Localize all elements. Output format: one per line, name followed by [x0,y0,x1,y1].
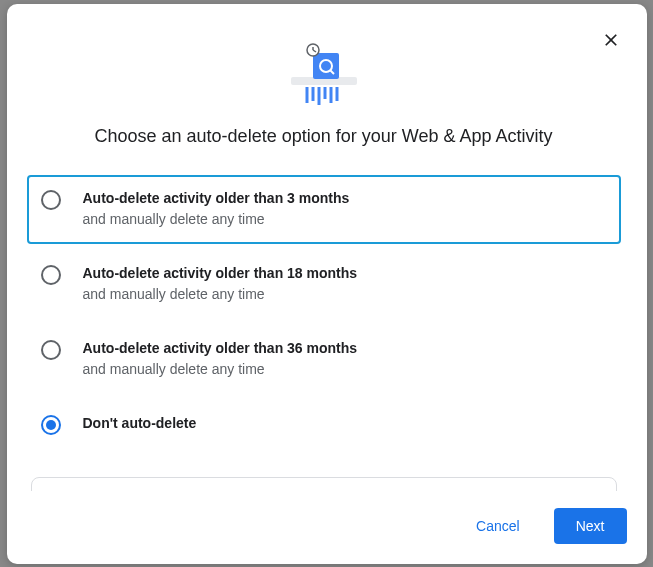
dialog-heading: Choose an auto-delete option for your We… [43,126,605,147]
option-36-months[interactable]: Auto-delete activity older than 36 month… [27,325,621,394]
option-label: Auto-delete activity older than 3 months [83,189,607,209]
radio-18-months[interactable] [41,265,61,285]
cancel-button[interactable]: Cancel [454,508,542,544]
svg-rect-1 [313,53,339,79]
dialog-footer: Cancel Next [7,491,647,564]
close-icon [601,30,621,50]
option-label: Don't auto-delete [83,414,607,434]
option-3-months[interactable]: Auto-delete activity older than 3 months… [27,175,621,244]
close-button[interactable] [593,22,629,58]
option-label: Auto-delete activity older than 18 month… [83,264,607,284]
next-button[interactable]: Next [554,508,627,544]
option-18-months[interactable]: Auto-delete activity older than 18 month… [27,250,621,319]
shredder-illustration [284,40,364,110]
option-dont-auto-delete[interactable]: Don't auto-delete [27,400,621,449]
option-sublabel: and manually delete any time [83,285,607,305]
help-box[interactable]: How long is right for you? [31,477,617,490]
dialog-scroll-area[interactable]: Choose an auto-delete option for your We… [7,4,647,491]
radio-36-months[interactable] [41,340,61,360]
radio-3-months[interactable] [41,190,61,210]
option-sublabel: and manually delete any time [83,210,607,230]
radio-dont-auto-delete[interactable] [41,415,61,435]
auto-delete-dialog: Choose an auto-delete option for your We… [7,4,647,564]
option-sublabel: and manually delete any time [83,360,607,380]
option-label: Auto-delete activity older than 36 month… [83,339,607,359]
